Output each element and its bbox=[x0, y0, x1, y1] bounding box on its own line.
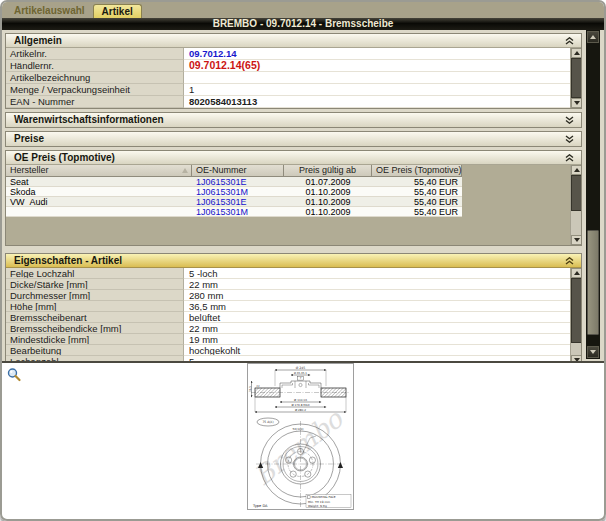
table-row: Seat 1J0615301E 01.07.2009 55,40 EUR bbox=[6, 177, 462, 187]
property-value: 19 mm bbox=[184, 334, 570, 345]
field-row-artikelbezeichnung: Artikelbezeichnung bbox=[6, 72, 570, 84]
arrow-down-icon bbox=[574, 101, 580, 105]
property-row: Dicke/Stärke [mm] 22 mm bbox=[6, 279, 570, 290]
panel-eigenschaften-header[interactable]: Eigenschaften - Artikel bbox=[6, 254, 581, 268]
scroll-down-button[interactable] bbox=[571, 98, 581, 108]
allgemein-scrollbar bbox=[570, 48, 581, 108]
dim-height: 36,5 bbox=[249, 386, 252, 392]
panel-oe-preis-title: OE Preis (Topmotive) bbox=[14, 152, 115, 163]
column-header-oe-nummer[interactable]: OE-Nummer bbox=[192, 165, 284, 177]
column-header-oe-preis[interactable]: OE Preis (Topmotive) bbox=[372, 165, 462, 177]
eigenschaften-scrollbar bbox=[570, 268, 581, 363]
zoom-icon[interactable] bbox=[6, 367, 22, 383]
arrow-down-icon bbox=[574, 238, 580, 242]
price-date-cell: 01.10.2009 bbox=[284, 187, 372, 197]
property-row: Bremsscheibendicke [mm] 22 mm bbox=[6, 323, 570, 334]
oe-number-link[interactable]: 1J0615301M bbox=[192, 187, 284, 197]
arrow-up-icon bbox=[574, 51, 580, 55]
expand-icon[interactable] bbox=[565, 116, 574, 124]
property-label: Durchmesser [mm] bbox=[6, 290, 184, 301]
type-label: Type DA bbox=[252, 504, 268, 508]
field-label: Händlernr. bbox=[6, 60, 184, 72]
property-label: Bremsscheibenart bbox=[6, 312, 184, 323]
column-header-hersteller[interactable]: Hersteller bbox=[6, 165, 192, 177]
mounting-face-note: MOUNTING FACE Min. TH 19 mm Weight: N Kg bbox=[306, 495, 351, 508]
panel-eigenschaften-title: Eigenschaften - Artikel bbox=[14, 255, 122, 266]
column-header-preis-gueltig-ab[interactable]: Preis gültig ab bbox=[284, 165, 372, 177]
oe-preis-body: Hersteller OE-Nummer Preis gültig ab OE … bbox=[6, 165, 581, 245]
tab-artikel[interactable]: Artikel bbox=[93, 4, 142, 18]
panel-warenwirtschaft-header[interactable]: Warenwirtschaftsinformationen bbox=[6, 113, 581, 127]
collapse-icon[interactable] bbox=[565, 257, 574, 265]
collapse-icon[interactable] bbox=[565, 37, 574, 45]
expand-icon[interactable] bbox=[565, 135, 574, 143]
panel-warenwirtschaft: Warenwirtschaftsinformationen bbox=[5, 112, 582, 128]
property-value: 5 -loch bbox=[184, 268, 570, 279]
property-value: hochgekohlt bbox=[184, 345, 570, 356]
panel-oe-preis: OE Preis (Topmotive) Hersteller OE-Numme… bbox=[5, 150, 582, 246]
oe-preis-scrollbar bbox=[570, 165, 581, 245]
price-cell: 55,40 EUR bbox=[372, 177, 462, 187]
panel-allgemein-title: Allgemein bbox=[14, 35, 62, 46]
field-label: Artikelbezeichnung bbox=[6, 72, 184, 84]
artikelbezeichnung-value bbox=[184, 72, 570, 84]
image-preview-zone: Brembo bbox=[2, 365, 604, 519]
oe-number-link[interactable]: 1J0615301M bbox=[192, 207, 284, 217]
panel-preise-header[interactable]: Preise bbox=[6, 132, 581, 146]
property-value: belüftet bbox=[184, 312, 570, 323]
article-title: BREMBO - 09.7012.14 - Bremsscheibe bbox=[213, 18, 394, 29]
article-title-bar: BREMBO - 09.7012.14 - Bremsscheibe bbox=[2, 18, 604, 30]
content-scroll-area: Allgemein Artikelnr. 09.7012.14 Händlern… bbox=[2, 30, 604, 363]
scrollbar-thumb[interactable] bbox=[571, 175, 581, 211]
panel-eigenschaften: Eigenschaften - Artikel Felge Lochzahl 5… bbox=[5, 253, 582, 363]
scrollbar-thumb[interactable] bbox=[571, 58, 581, 98]
column-label: Hersteller bbox=[10, 165, 49, 175]
property-label: Mindestdicke [mm] bbox=[6, 334, 184, 345]
oe-number-link[interactable]: 1J0615301E bbox=[192, 177, 284, 187]
scroll-up-button[interactable] bbox=[571, 48, 581, 58]
field-label: Menge / Verpackungseinheit bbox=[6, 84, 184, 96]
price-cell: 55,40 EUR bbox=[372, 207, 462, 217]
main-vertical-scrollbar bbox=[586, 30, 600, 359]
weight-label: Weight: N Kg bbox=[308, 504, 327, 508]
table-row: Skoda 1J0615301M 01.10.2009 55,40 EUR bbox=[6, 187, 462, 197]
article-detail-window: Artikelauswahl Artikel BREMBO - 09.7012.… bbox=[0, 0, 606, 521]
field-label: Artikelnr. bbox=[6, 48, 184, 60]
oe-number-link[interactable]: 1J0615301E bbox=[192, 197, 284, 207]
eigenschaften-body: Felge Lochzahl 5 -loch Dicke/Stärke [mm]… bbox=[6, 268, 581, 363]
scroll-up-button[interactable] bbox=[571, 268, 581, 278]
hersteller-cell: VW_Audi bbox=[6, 197, 192, 207]
property-row: Mindestdicke [mm] 19 mm bbox=[6, 334, 570, 345]
menge-value: 1 bbox=[184, 84, 570, 96]
property-row: Höhe [mm] 36,5 mm bbox=[6, 301, 570, 312]
artikelnr-value[interactable]: 09.7012.14 bbox=[184, 48, 570, 60]
dim-outer-top: Ø 245 bbox=[296, 366, 306, 370]
bolt-circle-label: 5X(100) bbox=[292, 427, 303, 431]
property-row: Lochanzahl 5 bbox=[6, 356, 570, 363]
field-row-artikelnr: Artikelnr. 09.7012.14 bbox=[6, 48, 570, 60]
scrollbar-thumb[interactable] bbox=[587, 230, 599, 335]
scroll-down-button[interactable] bbox=[571, 235, 581, 245]
panel-allgemein-header[interactable]: Allgemein bbox=[6, 34, 581, 48]
property-label: Felge Lochzahl bbox=[6, 268, 184, 279]
collapse-icon[interactable] bbox=[565, 154, 574, 162]
field-row-ean: EAN - Nummer 8020584013113 bbox=[6, 96, 570, 108]
property-value: 36,5 mm bbox=[184, 301, 570, 312]
price-cell: 55,40 EUR bbox=[372, 197, 462, 207]
scrollbar-thumb[interactable] bbox=[571, 278, 581, 343]
panel-preise: Preise bbox=[5, 131, 582, 147]
dim-bore: Ø 65-65.1 bbox=[294, 372, 307, 375]
property-row: Bremsscheibenart belüftet bbox=[6, 312, 570, 323]
property-value: 5 bbox=[184, 356, 570, 363]
scroll-down-button[interactable] bbox=[571, 355, 581, 363]
scroll-up-button[interactable] bbox=[587, 31, 599, 43]
tab-artikelauswahl[interactable]: Artikelauswahl bbox=[6, 4, 93, 18]
panel-oe-preis-header[interactable]: OE Preis (Topmotive) bbox=[6, 151, 581, 165]
scroll-up-button[interactable] bbox=[571, 165, 581, 175]
panel-allgemein: Allgemein Artikelnr. 09.7012.14 Händlern… bbox=[5, 33, 582, 109]
field-row-menge: Menge / Verpackungseinheit 1 bbox=[6, 84, 570, 96]
dim-hat: Ø 110.16 bbox=[294, 398, 307, 402]
tab-bar: Artikelauswahl Artikel bbox=[2, 2, 604, 18]
scroll-down-button[interactable] bbox=[587, 346, 599, 358]
property-label: Höhe [mm] bbox=[6, 301, 184, 312]
